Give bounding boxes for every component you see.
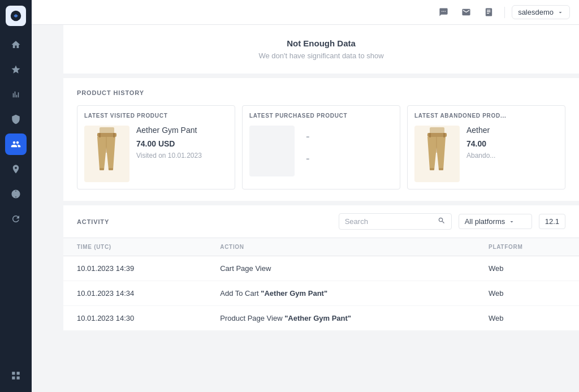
activity-table: TIME (UTC) ACTION PLATFORM 10.01.2023 14…: [63, 238, 579, 331]
pants-svg: [87, 127, 127, 181]
latest-purchased-label: LATEST PURCHASED PRODUCT: [249, 113, 393, 119]
topbar-divider: [504, 7, 505, 18]
date-filter[interactable]: 12.1: [539, 214, 565, 229]
chat-icon-button[interactable]: [434, 3, 452, 21]
sidebar-item-analytics[interactable]: [5, 84, 27, 105]
no-data-section: Not Enough Data We don't have significan…: [63, 25, 579, 74]
account-name: salesdemo: [518, 8, 554, 16]
product-cards-container: LATEST VISITED PRODUCT: [77, 105, 565, 189]
latest-visited-info: Aether Gym Pant 74.00 USD Visited on 10.…: [136, 126, 228, 160]
table-row: 10.01.2023 14:30Product Page View "Aethe…: [63, 306, 579, 331]
cell-action: Product Page View "Aether Gym Pant": [206, 306, 475, 331]
account-selector[interactable]: salesdemo: [512, 5, 570, 19]
latest-abandoned-card: LATEST ABANDONED PROD...: [407, 105, 565, 189]
latest-abandoned-name: Aether: [466, 126, 558, 135]
cell-action: Add To Cart "Aether Gym Pant": [206, 281, 475, 306]
platform-filter[interactable]: All platforms: [459, 214, 532, 229]
svg-rect-11: [430, 168, 434, 170]
col-platform: PLATFORM: [475, 238, 579, 256]
product-history-title: PRODUCT HISTORY: [77, 89, 565, 96]
activity-search-box[interactable]: [339, 213, 452, 230]
latest-purchased-info: - -: [301, 126, 393, 170]
sidebar-item-home[interactable]: [5, 34, 27, 55]
latest-visited-label: LATEST VISITED PRODUCT: [84, 113, 228, 119]
latest-visited-image: [84, 126, 129, 182]
sidebar-item-location[interactable]: [5, 158, 27, 180]
no-data-subtitle: We don't have significant data to show: [77, 51, 565, 60]
activity-section: ACTIVITY All platforms 12.1 TIME (UTC) A…: [63, 205, 579, 331]
svg-rect-12: [439, 168, 443, 170]
svg-rect-7: [113, 133, 115, 137]
book-icon-button[interactable]: [479, 3, 498, 21]
latest-abandoned-price: 74.00: [466, 139, 558, 148]
main-content: Not Enough Data We don't have significan…: [63, 25, 579, 392]
latest-purchased-body: - -: [249, 126, 393, 176]
search-input[interactable]: [345, 217, 434, 226]
platform-chevron-icon: [508, 218, 515, 225]
sidebar-item-refresh[interactable]: [5, 208, 27, 230]
col-time: TIME (UTC): [63, 238, 206, 256]
latest-purchased-dash2: -: [301, 148, 393, 170]
cell-platform: Web: [475, 281, 579, 306]
latest-abandoned-body: Aether 74.00 Abando...: [414, 126, 558, 182]
abandoned-pants-svg: [417, 127, 457, 181]
product-history-section: PRODUCT HISTORY LATEST VISITED PRODUCT: [63, 78, 579, 201]
sidebar-item-people[interactable]: [5, 133, 27, 155]
topbar: salesdemo: [32, 0, 579, 25]
svg-rect-13: [429, 133, 431, 137]
table-header-row: TIME (UTC) ACTION PLATFORM: [63, 238, 579, 256]
latest-abandoned-date: Abando...: [466, 152, 558, 160]
activity-header: ACTIVITY All platforms 12.1: [63, 205, 579, 238]
app-logo: [6, 6, 26, 26]
cell-platform: Web: [475, 306, 579, 331]
svg-rect-6: [99, 133, 101, 137]
sidebar: [0, 0, 32, 392]
latest-visited-body: Aether Gym Pant 74.00 USD Visited on 10.…: [84, 126, 228, 182]
latest-abandoned-label: LATEST ABANDONED PROD...: [414, 113, 558, 119]
svg-rect-14: [443, 133, 445, 137]
search-icon: [438, 217, 446, 226]
no-data-title: Not Enough Data: [77, 38, 565, 48]
latest-purchased-card: LATEST PURCHASED PRODUCT - -: [242, 105, 400, 189]
cell-time: 10.01.2023 14:34: [63, 281, 206, 306]
table-row: 10.01.2023 14:39Cart Page ViewWeb: [63, 256, 579, 281]
activity-section-title: ACTIVITY: [77, 218, 332, 225]
latest-abandoned-image: [414, 126, 460, 182]
latest-visited-card: LATEST VISITED PRODUCT: [77, 105, 235, 189]
svg-rect-4: [100, 168, 104, 170]
cell-time: 10.01.2023 14:39: [63, 256, 206, 281]
latest-purchased-placeholder: [249, 126, 295, 176]
platform-label: All platforms: [465, 217, 505, 226]
latest-visited-name: Aether Gym Pant: [136, 126, 228, 135]
date-label: 12.1: [545, 217, 559, 226]
sidebar-item-security[interactable]: [5, 109, 27, 130]
latest-visited-date: Visited on 10.01.2023: [136, 152, 228, 160]
sidebar-item-grid[interactable]: [5, 365, 27, 386]
latest-visited-price: 74.00 USD: [136, 139, 228, 148]
latest-purchased-dash1: -: [301, 126, 393, 148]
cell-time: 10.01.2023 14:30: [63, 306, 206, 331]
svg-rect-5: [109, 168, 113, 170]
cell-platform: Web: [475, 256, 579, 281]
col-action: ACTION: [206, 238, 475, 256]
sidebar-item-targeting[interactable]: [5, 183, 27, 205]
table-row: 10.01.2023 14:34Add To Cart "Aether Gym …: [63, 281, 579, 306]
sidebar-item-favorites[interactable]: [5, 59, 27, 80]
latest-abandoned-info: Aether 74.00 Abando...: [466, 126, 558, 160]
message-icon-button[interactable]: [457, 3, 475, 21]
cell-action: Cart Page View: [206, 256, 475, 281]
chevron-down-icon: [557, 9, 564, 16]
